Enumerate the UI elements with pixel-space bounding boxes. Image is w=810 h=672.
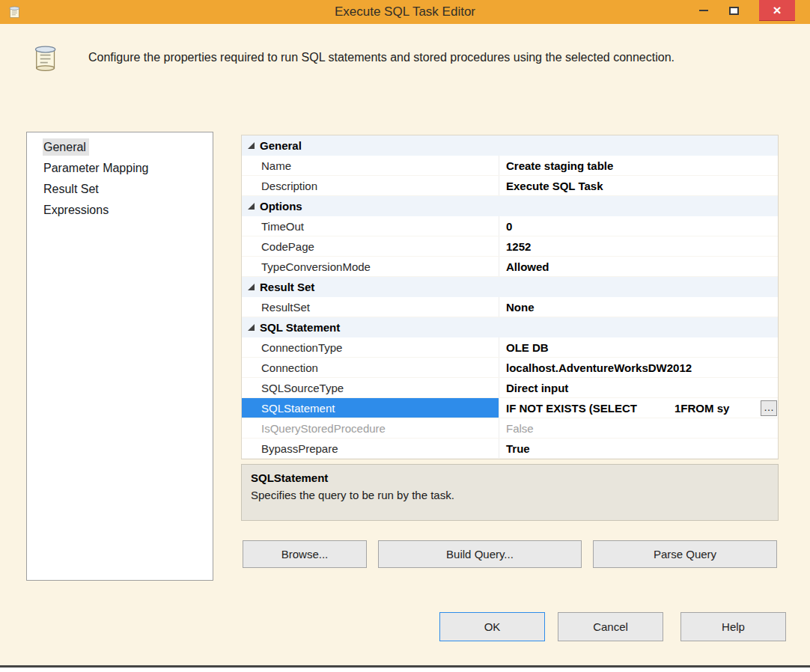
nav-item-parameter-mapping[interactable]: Parameter Mapping bbox=[27, 158, 213, 179]
property-grid: General Name Create staging table Descri… bbox=[241, 135, 779, 459]
close-icon: × bbox=[773, 0, 781, 21]
property-row-connectiontype[interactable]: ConnectionType OLE DB bbox=[242, 337, 778, 358]
help-button[interactable]: Help bbox=[680, 612, 786, 641]
collapse-triangle-icon[interactable] bbox=[242, 324, 260, 331]
property-row-sqlsourcetype[interactable]: SQLSourceType Direct input bbox=[242, 378, 778, 398]
minimize-icon bbox=[699, 10, 708, 11]
titlebar: Execute SQL Task Editor × bbox=[0, 0, 810, 24]
browse-button[interactable]: Browse... bbox=[243, 540, 367, 568]
collapse-triangle-icon[interactable] bbox=[242, 142, 260, 149]
nav-item-result-set[interactable]: Result Set bbox=[27, 179, 213, 200]
cancel-button[interactable]: Cancel bbox=[558, 612, 663, 641]
execute-sql-task-editor-window: Execute SQL Task Editor × Configure the … bbox=[0, 0, 810, 668]
maximize-icon bbox=[729, 7, 739, 15]
property-row-description[interactable]: Description Execute SQL Task bbox=[242, 176, 778, 196]
help-panel-title: SQLStatement bbox=[251, 471, 769, 484]
nav-item-general[interactable]: General bbox=[27, 137, 213, 158]
category-row-result-set[interactable]: Result Set bbox=[242, 277, 778, 297]
property-row-name[interactable]: Name Create staging table bbox=[242, 156, 778, 176]
collapse-triangle-icon[interactable] bbox=[242, 284, 260, 290]
property-row-sqlstatement[interactable]: SQLStatement IF NOT EXISTS (SELECT 1FROM… bbox=[242, 398, 778, 418]
caption-buttons: × bbox=[689, 0, 795, 21]
dialog-description: Configure the properties required to run… bbox=[88, 51, 785, 64]
property-row-resultset[interactable]: ResultSet None bbox=[242, 297, 778, 317]
property-row-isquerystoredprocedure[interactable]: IsQueryStoredProcedure False bbox=[242, 418, 778, 439]
ok-button[interactable]: OK bbox=[439, 612, 545, 641]
property-row-timeout[interactable]: TimeOut 0 bbox=[242, 216, 778, 236]
property-row-codepage[interactable]: CodePage 1252 bbox=[242, 236, 778, 257]
category-row-sql-statement[interactable]: SQL Statement bbox=[242, 317, 778, 337]
property-row-connection[interactable]: Connection localhost.AdventureWorksDW201… bbox=[242, 358, 778, 378]
sqlstatement-editor-ellipsis-button[interactable]: … bbox=[761, 400, 777, 416]
property-help-panel: SQLStatement Specifies the query to be r… bbox=[241, 464, 779, 521]
execute-sql-task-icon bbox=[30, 42, 60, 72]
minimize-button[interactable] bbox=[689, 0, 719, 21]
maximize-button[interactable] bbox=[719, 0, 749, 21]
collapse-triangle-icon[interactable] bbox=[242, 203, 260, 210]
category-row-options[interactable]: Options bbox=[242, 196, 778, 216]
pages-list: General Parameter Mapping Result Set Exp… bbox=[26, 132, 213, 581]
help-panel-text: Specifies the query to be run by the tas… bbox=[251, 489, 769, 501]
nav-item-expressions[interactable]: Expressions bbox=[27, 200, 213, 221]
screenshot-stage: Execute SQL Task Editor × Configure the … bbox=[0, 0, 810, 672]
property-row-bypassprepare[interactable]: BypassPrepare True bbox=[242, 439, 778, 459]
parse-query-button[interactable]: Parse Query bbox=[593, 540, 777, 568]
build-query-button[interactable]: Build Query... bbox=[378, 540, 582, 568]
category-row-general[interactable]: General bbox=[242, 135, 778, 156]
close-button[interactable]: × bbox=[759, 0, 795, 21]
property-row-typeconversionmode[interactable]: TypeConversionMode Allowed bbox=[242, 257, 778, 277]
